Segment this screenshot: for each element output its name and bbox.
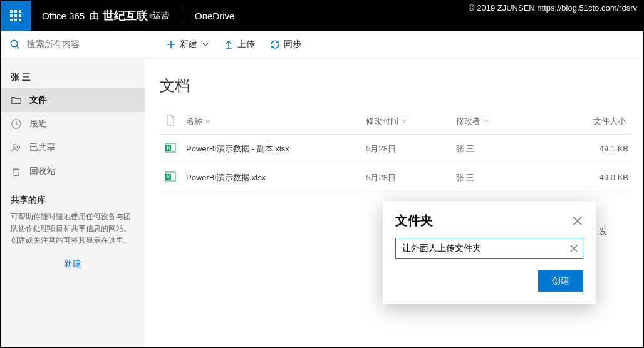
excel-icon: X [165,171,176,182]
file-modified-by: 张 三 [451,135,541,163]
watermark: © 2019 ZJUNSEN https://blog.51cto.com/rd… [469,3,637,13]
operated-suffix: 运营 [153,10,169,21]
svg-line-10 [16,46,19,49]
create-button[interactable]: 创建 [538,270,583,292]
sidebar-user: 张 三 [1,67,145,88]
folder-icon [11,95,22,106]
file-modified: 5月28日 [361,163,450,192]
sidebar-item-label: 回收站 [29,166,56,177]
svg-point-17 [17,146,20,149]
table-row[interactable]: X PowerBI演示数据 - 副本.xlsx 5月28日 张 三 49.1 K… [160,135,631,163]
upload-button[interactable]: 上传 [216,31,262,58]
sidebar-item-recent[interactable]: 最近 [1,112,145,136]
new-label: 新建 [180,39,197,50]
people-icon [11,142,22,153]
operated-prefix: 由 [90,10,99,22]
search-box[interactable]: 搜索所有内容 [1,31,145,58]
sidebar-item-shared[interactable]: 已共享 [1,136,145,160]
page-title: 文档 [160,76,631,96]
svg-rect-3 [10,14,13,17]
col-icon [160,108,181,135]
folder-name-input[interactable] [395,238,583,259]
svg-rect-7 [14,19,17,21]
sidebar: 张 三 文件 最近 已共享 回收站 共享的库 可帮助你随时随地使用任何设备与团队… [1,58,145,347]
excel-icon: X [165,142,176,153]
upload-label: 上传 [237,39,255,50]
chevron-down-icon [483,118,489,124]
file-name: PowerBI演示数据 - 副本.xlsx [181,135,361,163]
file-header-icon [165,115,175,126]
svg-text:X: X [167,146,170,150]
sidebar-item-recycle[interactable]: 回收站 [1,160,145,183]
chevron-down-icon [401,118,407,124]
sidebar-item-label: 已共享 [29,142,56,153]
chevron-down-icon [202,41,209,48]
search-placeholder: 搜索所有内容 [27,39,80,50]
col-modified-by[interactable]: 修改者 [451,108,541,135]
file-modified: 5月28日 [361,135,450,163]
svg-rect-1 [14,10,17,13]
clear-input-icon[interactable] [569,244,578,253]
svg-point-16 [13,145,16,148]
sync-icon [270,39,280,49]
suite-header: Office 365 由 世纪互联 ® 运营 OneDrive © 2019 Z… [1,1,643,31]
svg-rect-2 [19,10,21,13]
office-label: Office 365 [42,11,85,21]
shared-libs-header: 共享的库 [1,183,145,211]
sync-button[interactable]: 同步 [262,31,309,58]
recycle-icon [11,166,22,177]
svg-text:X: X [167,175,170,179]
upload-icon [224,39,234,49]
clock-icon [11,118,22,130]
close-icon[interactable] [572,215,583,227]
table-row[interactable]: X PowerBI演示数据.xlsx 5月28日 张 三 49.0 KB [160,163,631,192]
partner-label: 世纪互联 [99,8,149,23]
sidebar-item-label: 最近 [29,118,47,130]
waffle-icon [9,9,22,22]
command-row: 搜索所有内容 新建 上传 同步 [1,31,643,58]
brand-group: Office 365 由 世纪互联 ® 运营 [31,8,169,23]
svg-rect-5 [19,14,21,17]
app-launcher[interactable] [1,1,31,31]
plus-icon [166,39,176,49]
col-modified[interactable]: 修改时间 [361,108,450,135]
new-folder-dialog: 文件夹 创建 [383,201,596,304]
svg-rect-6 [10,19,13,21]
dialog-title: 文件夹 [395,212,433,229]
command-bar: 新建 上传 同步 [145,31,309,58]
sync-label: 同步 [284,39,301,50]
sidebar-item-files[interactable]: 文件 [1,88,145,112]
file-name: PowerBI演示数据.xlsx [181,163,361,192]
file-size: 49.1 KB [541,135,631,163]
search-icon [9,39,21,50]
file-table: 名称 修改时间 修改者 文件大小 X PowerBI演示数据 - 副本.xlsx… [160,108,631,192]
chevron-down-icon [205,118,211,124]
sidebar-item-label: 文件 [29,95,47,106]
sidebar-new-link[interactable]: 新建 [1,247,145,281]
col-name[interactable]: 名称 [181,108,361,135]
file-modified-by: 张 三 [451,163,541,192]
svg-rect-8 [19,19,21,21]
brand-divider [182,7,182,24]
new-button[interactable]: 新建 [158,31,216,58]
svg-rect-4 [14,14,17,17]
obscured-text: 发 [599,226,607,237]
shared-libs-help: 可帮助你随时随地使用任何设备与团队协作处理项目和共享信息的网站。创建或关注网站可… [1,211,145,247]
file-size: 49.0 KB [541,163,631,192]
svg-point-9 [11,40,18,47]
svg-rect-0 [10,10,13,13]
app-name[interactable]: OneDrive [195,11,234,21]
col-size[interactable]: 文件大小 [541,108,631,135]
